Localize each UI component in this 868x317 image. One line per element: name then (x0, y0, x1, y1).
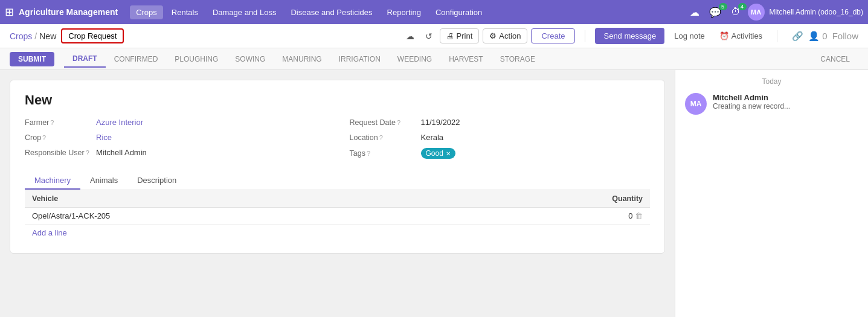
send-message-button[interactable]: Send message (595, 28, 664, 44)
farmer-help-icon[interactable]: ? (50, 119, 54, 126)
activities-button[interactable]: ⏰ Activities (715, 29, 767, 43)
crop-request-tab[interactable]: Crop Request (61, 28, 124, 43)
user-avatar[interactable]: MA (748, 4, 765, 21)
breadcrumb-current: New (39, 31, 56, 41)
location-help-icon[interactable]: ? (379, 134, 383, 141)
chatter-today-label: Today (685, 77, 858, 86)
breadcrumb-crops-link[interactable]: Crops (10, 31, 32, 41)
tab-animals[interactable]: Animals (80, 172, 127, 190)
clock-badge: 4 (738, 3, 747, 10)
quantity-cell: 0 🗑 (445, 208, 650, 225)
tab-description[interactable]: Description (127, 172, 186, 190)
request-date-value[interactable]: 11/19/2022 (421, 118, 460, 127)
responsible-label: Responsible User ? (25, 149, 91, 157)
printer-icon: 🖨 (446, 31, 454, 40)
stage-sowing[interactable]: SOWING (227, 51, 274, 67)
request-date-help-icon[interactable]: ? (397, 119, 400, 126)
nav-item-disease[interactable]: Disease and Pesticides (285, 5, 378, 19)
responsible-help-icon[interactable]: ? (86, 149, 89, 156)
form-fields-row: Farmer ? Azure Interior Crop ? Rice (25, 118, 650, 165)
stage-bar: SUBMIT DRAFT CONFIRMED PLOUGHING SOWING … (0, 48, 868, 70)
delete-row-icon[interactable]: 🗑 (635, 211, 643, 220)
user-name[interactable]: Mitchell Admin (odoo_16_db) (770, 8, 863, 16)
nav-item-crops[interactable]: Crops (130, 5, 163, 19)
form-area: New Farmer ? Azure Interior Crop ? (0, 70, 675, 317)
stage-confirmed[interactable]: CONFIRMED (106, 51, 167, 67)
form-card: New Farmer ? Azure Interior Crop ? (10, 80, 665, 254)
request-date-field-row: Request Date ? 11/19/2022 (350, 118, 651, 127)
stage-draft[interactable]: DRAFT (64, 51, 106, 68)
breadcrumb: Crops / New (10, 31, 56, 41)
stage-harvest[interactable]: HARVEST (440, 51, 491, 67)
tags-field-row: Tags ? Good ✕ (350, 148, 651, 159)
form-right-col: Request Date ? 11/19/2022 Location ? Ker… (350, 118, 651, 165)
responsible-value[interactable]: Mitchell Admin (96, 148, 147, 157)
action-button[interactable]: ⚙ Action (483, 28, 527, 43)
form-title: New (25, 92, 650, 108)
table-row: Opel/Astra/1-ACK-205 0 🗑 (25, 208, 650, 225)
vehicle-cell[interactable]: Opel/Astra/1-ACK-205 (25, 208, 445, 225)
app-title: Agriculture Management (19, 7, 118, 17)
stage-weeding[interactable]: WEEDING (389, 51, 440, 67)
form-left-col: Farmer ? Azure Interior Crop ? Rice (25, 118, 326, 165)
inner-tabs: Machinery Animals Description (25, 172, 650, 190)
responsible-field-row: Responsible User ? Mitchell Admin (25, 148, 326, 157)
location-label: Location ? (350, 133, 416, 142)
nav-item-damage[interactable]: Damage and Loss (207, 5, 283, 19)
tag-remove-icon[interactable]: ✕ (446, 150, 451, 157)
nav-item-config[interactable]: Configuration (429, 5, 488, 19)
follow-button[interactable]: Follow (832, 31, 858, 41)
clock-icon[interactable]: ⏱ 4 (728, 5, 743, 19)
print-button[interactable]: 🖨 Print (440, 28, 480, 43)
submit-button[interactable]: SUBMIT (10, 52, 54, 66)
farmer-label: Farmer ? (25, 118, 91, 127)
machinery-table: Vehicle Quantity Opel/Astra/1-ACK-205 0 … (25, 190, 650, 225)
gear-icon: ⚙ (489, 31, 497, 40)
chatter-panel: Today MA Mitchell Admin Creating a new r… (675, 70, 868, 317)
clock-activities-icon: ⏰ (719, 31, 729, 40)
location-field-row: Location ? Kerala (350, 133, 651, 142)
discuss-icon[interactable]: 💬 5 (707, 5, 724, 19)
quantity-column-header: Quantity (445, 190, 650, 208)
vehicle-column-header: Vehicle (25, 190, 445, 208)
chatter-message-body: Mitchell Admin Creating a new record... (713, 93, 858, 110)
tags-help-icon[interactable]: ? (367, 150, 370, 157)
top-navigation: ⊞ Agriculture Management Crops Rentals D… (0, 0, 868, 24)
nav-item-reporting[interactable]: Reporting (381, 5, 427, 19)
crop-value[interactable]: Rice (96, 133, 112, 142)
chatter-avatar: MA (685, 93, 707, 115)
add-line-link[interactable]: Add a line (25, 225, 74, 241)
followers-icon[interactable]: 👤 0 (808, 31, 828, 42)
link-icon[interactable]: 🔗 (792, 31, 803, 42)
stage-manuring[interactable]: MANURING (274, 51, 330, 67)
refresh-icon[interactable]: ↺ (422, 29, 436, 43)
tag-good: Good ✕ (421, 148, 455, 159)
log-note-button[interactable]: Log note (669, 29, 710, 43)
chatter-username: Mitchell Admin (713, 93, 858, 102)
request-date-label: Request Date ? (350, 118, 416, 127)
chatter-message: MA Mitchell Admin Creating a new record.… (685, 93, 858, 115)
crop-field-row: Crop ? Rice (25, 133, 326, 142)
crop-help-icon[interactable]: ? (42, 134, 46, 141)
main-content: New Farmer ? Azure Interior Crop ? (0, 70, 868, 317)
tags-label: Tags ? (350, 149, 416, 158)
nav-item-rentals[interactable]: Rentals (166, 5, 204, 19)
create-button[interactable]: Create (531, 28, 575, 43)
secondary-toolbar: Crops / New Crop Request ☁ ↺ 🖨 Print ⚙ A… (0, 24, 868, 48)
location-value[interactable]: Kerala (421, 133, 444, 142)
chatter-text: Creating a new record... (713, 102, 858, 110)
upload-icon[interactable]: ☁ (402, 29, 418, 43)
app-grid-icon[interactable]: ⊞ (5, 5, 14, 19)
breadcrumb-separator: / (34, 31, 37, 41)
farmer-value[interactable]: Azure Interior (96, 118, 143, 127)
stage-irrigation[interactable]: IRRIGATION (330, 51, 389, 67)
stage-cancel[interactable]: CANCEL (812, 51, 858, 67)
tab-machinery[interactable]: Machinery (25, 172, 80, 190)
stage-storage[interactable]: STORAGE (492, 51, 544, 67)
discuss-badge: 5 (719, 3, 727, 10)
farmer-field-row: Farmer ? Azure Interior (25, 118, 326, 127)
cloud-icon[interactable]: ☁ (687, 5, 702, 19)
stage-ploughing[interactable]: PLOUGHING (166, 51, 227, 67)
crop-label: Crop ? (25, 133, 91, 142)
